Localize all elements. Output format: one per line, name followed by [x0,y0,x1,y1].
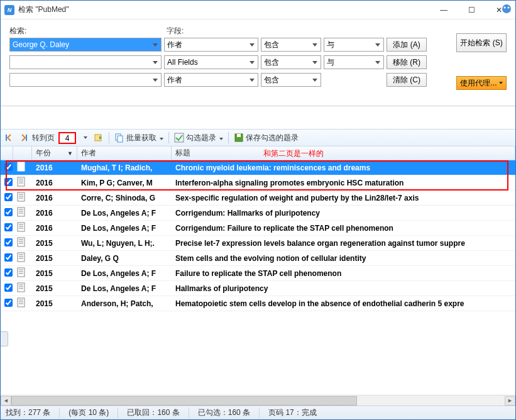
scroll-right-icon[interactable]: ► [505,396,515,406]
window-title: 检索 "PubMed" [18,4,435,15]
table-row[interactable]: 2016De Los, Angeles A; FCorrigendum: Fai… [1,221,515,236]
toolbar: 转到页 4 批量获取 勾选题录 保存勾选的题录 [1,129,515,146]
table-row[interactable]: 2015De Los, Angeles A; FFailure to repli… [1,266,515,281]
add-button[interactable]: 添加 (A) [387,38,427,52]
row-checkbox[interactable] [4,223,13,231]
prev-page-icon[interactable] [4,133,14,143]
cell-author: Kim, P G; Canver, M [77,179,172,187]
clear-button[interactable]: 清除 (C) [387,73,427,87]
field-select-1[interactable]: 作者 [164,38,258,52]
condition-select-2[interactable]: 包含 [261,55,321,69]
svg-rect-47 [18,298,25,307]
titlebar: N 检索 "PubMed" — ☐ ✕ [1,1,515,19]
results-table: 2016Mughal, T I; Radich,Chronic myeloid … [1,160,515,311]
header-year[interactable]: 年份 ▼ [32,146,77,160]
batch-icon [114,133,124,143]
row-checkbox[interactable] [4,163,13,171]
svg-rect-19 [18,192,25,201]
cell-author: Mughal, T I; Radich, [77,163,172,172]
doc-icon [13,177,32,189]
page-input[interactable]: 4 [58,132,76,144]
info-icon[interactable] [502,4,512,14]
status-checked: 已勾选：160 条 [198,407,260,418]
row-checkbox[interactable] [4,268,13,277]
search-input-1[interactable]: George Q. Daley [9,38,162,52]
svg-rect-4 [118,136,123,142]
search-input-3[interactable] [9,73,162,87]
scroll-left-icon[interactable]: ◄ [1,396,11,406]
field-select-2[interactable]: All Fields [164,55,258,69]
doc-icon [13,192,32,204]
table-row[interactable]: 2015Daley, G QStem cells and the evolvin… [1,251,515,266]
cell-title: Corrigendum: Failure to replicate the ST… [172,224,515,233]
cell-author: De Los, Angeles A; F [77,224,172,233]
scrollbar-thumb[interactable] [11,396,357,406]
table-row[interactable]: 2016De Los, Angeles A; FCorrigendum: Hal… [1,206,515,221]
table-row[interactable]: 2015De Los, Angeles A; FHallmarks of plu… [1,281,515,296]
maximize-button[interactable]: ☐ [463,4,480,16]
svg-rect-23 [18,207,25,216]
table-row[interactable]: 2016Corre, C; Shinoda, GSex-specific reg… [1,191,515,206]
svg-rect-31 [18,238,25,246]
table-row[interactable]: 2015Wu, L; Nguyen, L H;.Precise let-7 ex… [1,236,515,251]
row-checkbox[interactable] [4,299,13,307]
use-proxy-button[interactable]: 使用代理... [456,76,507,90]
save-checked-button[interactable]: 保存勾选的题录 [234,133,299,143]
row-checkbox[interactable] [4,208,13,216]
search-input-2[interactable] [9,55,162,69]
cell-year: 2015 [32,284,77,293]
table-row[interactable]: 2015Anderson, H; Patch,Hematopoietic ste… [1,296,515,311]
svg-rect-35 [18,253,25,262]
table-row[interactable]: 2016Mughal, T I; Radich,Chronic myeloid … [1,160,515,175]
svg-point-9 [504,7,506,9]
label-search: 检索: [9,26,164,36]
svg-point-10 [508,7,510,9]
row-checkbox[interactable] [4,193,13,201]
next-page-icon[interactable] [18,133,28,143]
doc-icon [13,222,32,234]
header-checkbox[interactable] [1,146,13,160]
start-search-button[interactable]: 开始检索 (S) [456,33,507,52]
condition-select-1[interactable]: 包含 [261,38,321,52]
condition-select-3[interactable]: 包含 [261,73,321,87]
cell-title: Precise let-7 expression levels balance … [172,239,515,248]
cell-author: De Los, Angeles A; F [77,284,172,293]
check-icon [174,133,184,143]
side-handle[interactable] [1,331,8,346]
row-checkbox[interactable] [4,284,13,292]
operator-select-1[interactable]: 与 [324,38,384,52]
row-checkbox[interactable] [4,178,13,186]
cell-title: Hematopoietic stem cells develop in the … [172,299,515,308]
go-icon[interactable] [94,133,104,143]
status-perpage: (每页 10 条) [69,407,118,418]
status-found: 找到：277 条 [6,407,60,418]
cell-year: 2015 [32,269,77,278]
row-checkbox[interactable] [4,253,13,262]
doc-icon [13,237,32,249]
cell-year: 2016 [32,224,77,233]
batch-fetch-button[interactable]: 批量获取 [114,133,163,143]
minimize-button[interactable]: — [435,4,453,16]
remove-button[interactable]: 移除 (R) [387,55,427,69]
row-checkbox[interactable] [4,238,13,246]
cell-author: Corre, C; Shinoda, G [77,194,172,202]
cell-title: Interferon-alpha signaling promotes embr… [172,179,515,187]
header-author[interactable]: 作者 [77,146,172,160]
table-row[interactable]: 2016Kim, P G; Canver, MInterferon-alpha … [1,175,515,191]
status-bar: 找到：277 条 (每页 10 条) 已取回：160 条 已勾选：160 条 页… [1,406,515,419]
cell-year: 2016 [32,209,77,218]
cell-year: 2016 [32,179,77,187]
check-records-button[interactable]: 勾选题录 [174,133,223,143]
cell-author: De Los, Angeles A; F [77,209,172,218]
doc-icon [13,162,32,174]
field-select-3[interactable]: 作者 [164,73,258,87]
operator-select-2[interactable]: 与 [324,55,384,69]
cell-title: Chronic myeloid leukemia: reminiscences … [172,163,515,172]
header-title[interactable]: 标题 [172,146,515,160]
horizontal-scrollbar[interactable]: ◄ ► [1,395,515,406]
cell-author: Wu, L; Nguyen, L H;. [77,239,172,248]
svg-rect-7 [237,134,241,137]
page-dropdown-icon[interactable] [80,133,90,143]
svg-point-8 [502,4,511,13]
save-icon [234,133,244,143]
